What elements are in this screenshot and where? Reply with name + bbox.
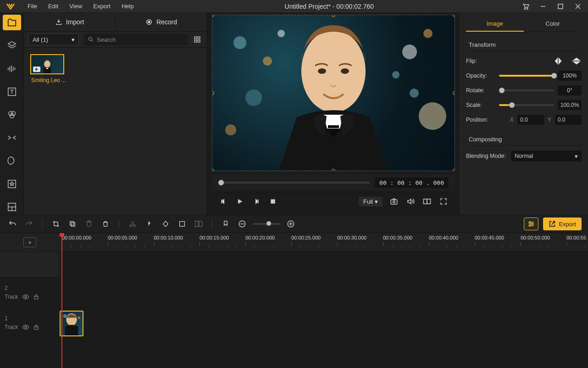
lock-icon[interactable]: [33, 294, 39, 300]
group-button[interactable]: [193, 218, 205, 230]
lock-icon[interactable]: [33, 324, 39, 330]
tab-color[interactable]: Color: [524, 17, 582, 32]
section-compositing: Compositing: [469, 133, 582, 146]
visibility-icon[interactable]: [22, 323, 29, 331]
rotate-slider[interactable]: [499, 89, 554, 91]
speed-button[interactable]: [143, 218, 155, 230]
sidebar-elements-icon[interactable]: [3, 176, 21, 192]
svg-point-72: [25, 326, 27, 328]
zoom-slider[interactable]: [253, 223, 280, 225]
settings-button[interactable]: [524, 217, 538, 230]
svg-point-68: [532, 223, 533, 225]
delete-button[interactable]: [100, 218, 111, 230]
filter-label: All (1): [33, 36, 48, 43]
menu-file[interactable]: File: [24, 1, 41, 11]
svg-point-36: [410, 89, 419, 98]
prev-frame-button[interactable]: [218, 196, 228, 206]
search-input[interactable]: Search: [83, 33, 188, 45]
volume-button[interactable]: [405, 196, 416, 206]
fullscreen-button[interactable]: [438, 196, 449, 206]
crop-button[interactable]: [50, 218, 62, 230]
resize-handle[interactable]: [212, 169, 214, 171]
import-icon: [55, 18, 62, 26]
pos-x-label: X: [510, 117, 514, 123]
sidebar-layers-icon[interactable]: [3, 38, 21, 53]
sidebar-audio-icon[interactable]: [3, 61, 21, 76]
svg-point-41: [341, 68, 349, 74]
view-grid-icon[interactable]: [192, 34, 202, 45]
minimize-button[interactable]: [536, 0, 550, 13]
redo-button[interactable]: [23, 218, 35, 230]
resize-handle[interactable]: [453, 169, 455, 171]
media-filter-select[interactable]: All (1) ▾: [28, 33, 79, 45]
search-icon: [88, 36, 94, 43]
next-frame-button[interactable]: [251, 196, 261, 206]
crop-ratio-button[interactable]: [176, 218, 188, 230]
import-button[interactable]: Import: [24, 13, 116, 31]
play-button[interactable]: [235, 196, 245, 206]
copy-button[interactable]: [67, 218, 78, 230]
undo-button[interactable]: [6, 218, 18, 230]
record-button[interactable]: Record: [116, 13, 207, 31]
export-icon: [549, 220, 556, 228]
track-2-lane[interactable]: [60, 278, 588, 307]
menu-export[interactable]: Export: [89, 1, 114, 11]
stop-button[interactable]: [268, 196, 278, 206]
marker-button[interactable]: [220, 218, 232, 230]
menu-help[interactable]: Help: [118, 1, 138, 11]
svg-rect-28: [46, 68, 48, 69]
opacity-value[interactable]: 100%: [558, 71, 582, 81]
resize-handle[interactable]: [453, 15, 455, 17]
flip-horizontal-button[interactable]: [553, 56, 563, 66]
resize-handle[interactable]: [332, 169, 335, 171]
seek-slider[interactable]: [218, 182, 370, 184]
snapshot-button[interactable]: [389, 196, 399, 206]
blending-mode-select[interactable]: Normal ▾: [511, 151, 582, 162]
timeline-clip[interactable]: [60, 311, 83, 336]
resize-handle[interactable]: [453, 91, 455, 95]
cut-button[interactable]: [127, 218, 139, 230]
close-button[interactable]: [571, 0, 585, 13]
svg-point-13: [11, 112, 15, 116]
opacity-slider[interactable]: [499, 75, 554, 77]
sidebar-transitions-icon[interactable]: [3, 130, 21, 145]
sidebar-effects-icon[interactable]: [3, 153, 21, 168]
preview-canvas[interactable]: [212, 15, 455, 171]
record-icon: [145, 18, 153, 26]
sidebar-media-icon[interactable]: [3, 15, 21, 30]
svg-point-29: [233, 36, 246, 49]
position-x-input[interactable]: 0.0: [517, 115, 544, 125]
pos-y-label: Y: [548, 117, 551, 123]
sidebar-filters-icon[interactable]: [3, 107, 21, 123]
track-1-lane[interactable]: [60, 308, 588, 338]
flip-vertical-button[interactable]: [571, 56, 582, 66]
svg-point-75: [63, 314, 67, 318]
maximize-button[interactable]: [553, 0, 568, 13]
position-label: Position:: [466, 117, 495, 123]
sidebar-split-icon[interactable]: [3, 199, 21, 215]
scale-slider[interactable]: [499, 104, 554, 106]
zoom-in-button[interactable]: [285, 218, 297, 230]
compare-button[interactable]: [422, 196, 432, 206]
media-thumbnail: [30, 54, 64, 74]
tab-image[interactable]: Image: [466, 17, 524, 32]
preview-size-select[interactable]: Full▾: [359, 197, 383, 206]
add-track-button[interactable]: +: [23, 237, 36, 247]
menu-view[interactable]: View: [66, 1, 86, 11]
media-clip[interactable]: Smiling Leo ...: [30, 54, 67, 84]
timeline-ruler[interactable]: 00:00:00.00000:00:05.00000:00:10.00000:0…: [60, 233, 588, 251]
anchor-point[interactable]: [331, 91, 340, 98]
cart-icon[interactable]: [518, 0, 533, 13]
rotate-value[interactable]: 0°: [558, 85, 582, 95]
zoom-out-button[interactable]: [236, 218, 248, 230]
rotate-label: Rotate:: [466, 87, 495, 94]
sidebar-text-icon[interactable]: [3, 84, 21, 100]
export-button[interactable]: Export: [543, 217, 582, 230]
keyframe-button[interactable]: [160, 218, 172, 230]
paste-button[interactable]: [83, 218, 95, 230]
app-logo: [0, 1, 21, 11]
position-y-input[interactable]: 0.0: [555, 115, 582, 125]
visibility-icon[interactable]: [22, 293, 29, 301]
menu-edit[interactable]: Edit: [44, 1, 62, 11]
scale-value[interactable]: 100.0%: [558, 100, 582, 110]
